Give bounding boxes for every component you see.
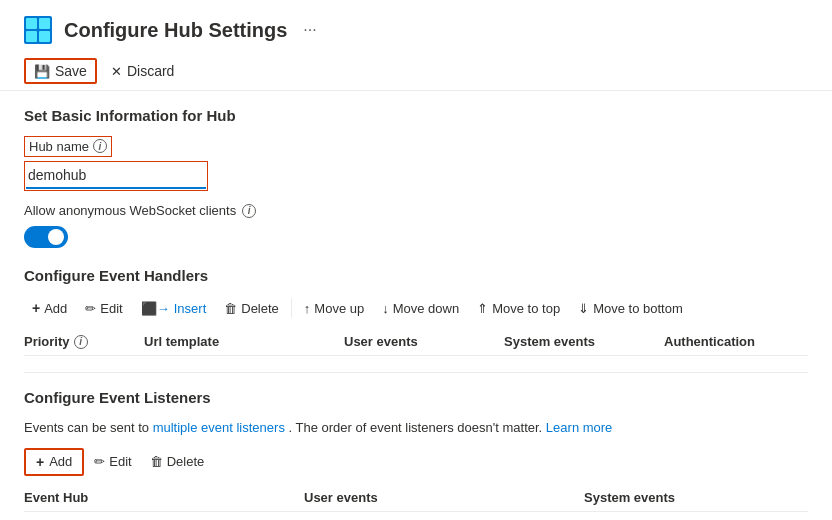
eh-edit-label: Edit bbox=[100, 301, 122, 316]
eh-insert-icon: ⬛→ bbox=[141, 301, 170, 316]
svg-rect-2 bbox=[39, 18, 50, 29]
el-col-system-events: System events bbox=[584, 490, 744, 505]
eh-add-label: Add bbox=[44, 301, 67, 316]
eh-edit-icon: ✏ bbox=[85, 301, 96, 316]
eh-delete-button[interactable]: 🗑 Delete bbox=[216, 297, 287, 320]
more-options-icon[interactable]: ··· bbox=[303, 21, 316, 39]
el-multiple-link[interactable]: multiple event listeners bbox=[153, 420, 285, 435]
col-user-events-label: User events bbox=[344, 334, 418, 349]
section-separator bbox=[24, 372, 808, 373]
basic-info-title: Set Basic Information for Hub bbox=[24, 107, 808, 124]
el-delete-icon: 🗑 bbox=[150, 454, 163, 469]
eh-move-top-button[interactable]: ⇑ Move to top bbox=[469, 297, 568, 320]
eh-add-icon: + bbox=[32, 300, 40, 316]
eh-delete-icon: 🗑 bbox=[224, 301, 237, 316]
eh-edit-button[interactable]: ✏ Edit bbox=[77, 297, 130, 320]
eh-delete-label: Delete bbox=[241, 301, 279, 316]
event-listeners-section: Configure Event Listeners Events can be … bbox=[0, 389, 832, 512]
event-listeners-table-header: Event Hub User events System events bbox=[24, 484, 808, 512]
main-toolbar: 💾 Save ✕ Discard bbox=[0, 52, 832, 91]
el-edit-label: Edit bbox=[109, 454, 131, 469]
page-title: Configure Hub Settings bbox=[64, 19, 287, 42]
priority-info-icon[interactable]: i bbox=[74, 335, 88, 349]
toolbar-divider bbox=[291, 298, 292, 318]
el-delete-label: Delete bbox=[167, 454, 205, 469]
svg-rect-1 bbox=[26, 18, 37, 29]
anon-toggle[interactable] bbox=[24, 226, 68, 248]
eh-move-down-button[interactable]: ↓ Move down bbox=[374, 297, 467, 320]
col-system-events: System events bbox=[504, 334, 664, 349]
svg-rect-3 bbox=[26, 31, 37, 42]
save-button[interactable]: 💾 Save bbox=[24, 58, 97, 84]
event-handlers-title: Configure Event Handlers bbox=[24, 267, 808, 284]
discard-label: Discard bbox=[127, 63, 174, 79]
el-edit-button[interactable]: ✏ Edit bbox=[86, 450, 139, 473]
eh-insert-label: Insert bbox=[174, 301, 207, 316]
col-authentication-label: Authentication bbox=[664, 334, 755, 349]
event-listeners-description: Events can be sent to multiple event lis… bbox=[24, 418, 808, 438]
event-listeners-title: Configure Event Listeners bbox=[24, 389, 808, 406]
hub-name-label-wrapper: Hub name i bbox=[24, 136, 112, 157]
page-header: Configure Hub Settings ··· bbox=[0, 0, 832, 52]
eh-move-top-label: Move to top bbox=[492, 301, 560, 316]
eh-move-down-label: Move down bbox=[393, 301, 459, 316]
eh-move-bottom-button[interactable]: ⇓ Move to bottom bbox=[570, 297, 691, 320]
eh-move-up-label: Move up bbox=[314, 301, 364, 316]
eh-move-down-icon: ↓ bbox=[382, 301, 389, 316]
col-priority: Priority i bbox=[24, 334, 144, 349]
el-add-icon: + bbox=[36, 454, 44, 470]
el-delete-button[interactable]: 🗑 Delete bbox=[142, 450, 213, 473]
event-handlers-table-header: Priority i Url template User events Syst… bbox=[24, 328, 808, 356]
col-url-template-label: Url template bbox=[144, 334, 219, 349]
el-col-event-hub-label: Event Hub bbox=[24, 490, 88, 505]
event-listeners-toolbar: + Add ✏ Edit 🗑 Delete bbox=[24, 448, 808, 476]
el-learn-more-link[interactable]: Learn more bbox=[546, 420, 612, 435]
toggle-slider bbox=[24, 226, 68, 248]
eh-add-button[interactable]: + Add bbox=[24, 296, 75, 320]
save-icon: 💾 bbox=[34, 64, 50, 79]
col-url-template: Url template bbox=[144, 334, 344, 349]
anon-websocket-label: Allow anonymous WebSocket clients bbox=[24, 203, 236, 218]
eh-move-bottom-icon: ⇓ bbox=[578, 301, 589, 316]
svg-rect-4 bbox=[39, 31, 50, 42]
el-add-label: Add bbox=[49, 454, 72, 469]
eh-move-up-icon: ↑ bbox=[304, 301, 311, 316]
el-col-user-events: User events bbox=[304, 490, 584, 505]
eh-move-up-button[interactable]: ↑ Move up bbox=[296, 297, 372, 320]
hub-name-field-group: Hub name i bbox=[24, 136, 808, 191]
el-desc-part2: . The order of event listeners doesn't m… bbox=[289, 420, 543, 435]
event-handlers-toolbar: + Add ✏ Edit ⬛→ Insert 🗑 Delete ↑ Move u… bbox=[24, 296, 808, 320]
hub-name-input-wrapper bbox=[24, 161, 808, 191]
event-handlers-section: Configure Event Handlers + Add ✏ Edit ⬛→… bbox=[0, 267, 832, 356]
basic-info-section: Set Basic Information for Hub Hub name i… bbox=[0, 107, 832, 251]
el-desc-part1: Events can be sent to bbox=[24, 420, 149, 435]
discard-button[interactable]: ✕ Discard bbox=[101, 58, 184, 84]
anon-websocket-row: Allow anonymous WebSocket clients i bbox=[24, 203, 808, 218]
col-user-events: User events bbox=[344, 334, 504, 349]
col-priority-label: Priority bbox=[24, 334, 70, 349]
anon-info-icon[interactable]: i bbox=[242, 204, 256, 218]
save-label: Save bbox=[55, 63, 87, 79]
eh-move-bottom-label: Move to bottom bbox=[593, 301, 683, 316]
el-add-button[interactable]: + Add bbox=[24, 448, 84, 476]
discard-icon: ✕ bbox=[111, 64, 122, 79]
hub-icon bbox=[24, 16, 52, 44]
hub-name-label: Hub name bbox=[29, 139, 89, 154]
eh-insert-button[interactable]: ⬛→ Insert bbox=[133, 297, 215, 320]
hub-name-info-icon[interactable]: i bbox=[93, 139, 107, 153]
col-system-events-label: System events bbox=[504, 334, 595, 349]
col-authentication: Authentication bbox=[664, 334, 824, 349]
el-col-event-hub: Event Hub bbox=[24, 490, 304, 505]
el-col-system-events-label: System events bbox=[584, 490, 675, 505]
hub-name-input[interactable] bbox=[26, 163, 206, 189]
el-col-user-events-label: User events bbox=[304, 490, 378, 505]
eh-move-top-icon: ⇑ bbox=[477, 301, 488, 316]
el-edit-icon: ✏ bbox=[94, 454, 105, 469]
